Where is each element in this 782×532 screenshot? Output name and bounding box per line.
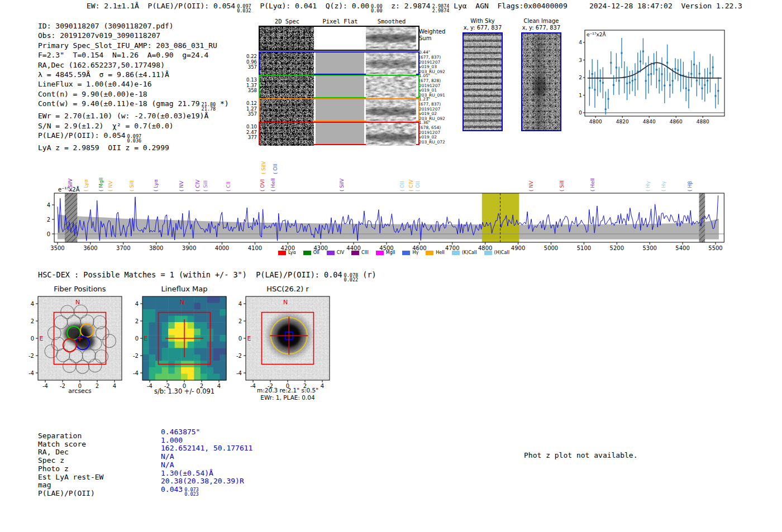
data-point: [707, 80, 708, 82]
data-point: [715, 95, 717, 97]
lineflux-pixel: [213, 367, 220, 374]
smoothed-dark-band: [366, 34, 416, 42]
match-table-value: N/A: [161, 453, 252, 461]
match-table-value: 0.463875": [161, 428, 252, 437]
spec2d-noise-image: [260, 27, 314, 50]
div: 357: [240, 65, 257, 70]
lineflux-pixel: [168, 316, 175, 323]
data-point: [666, 62, 668, 64]
lineflux-pixel: [155, 296, 162, 303]
cutout-ytick-label: -2: [133, 353, 139, 359]
spectrum-xtick-label: 5400: [675, 245, 689, 251]
summary-text-line: LyA z = 2.9859 OII z = 0.2999: [38, 143, 229, 152]
svg: [260, 76, 314, 99]
match-table-label: Spec z: [38, 457, 103, 465]
summary-text-segment: ID: 3090118207 (3090118207.pdf): [38, 22, 174, 30]
svg: [366, 27, 416, 50]
spectrum-xtick-label: 5300: [642, 245, 656, 251]
data-point: [632, 80, 633, 82]
spec2d-row-weights: 0.102.47377: [240, 124, 257, 141]
emission-line-label: ( SiIV: [339, 178, 345, 191]
cutout-ytick-label: -2: [28, 353, 34, 359]
spec2d-weighted-row: [259, 26, 419, 51]
legend-item: Lyα: [278, 250, 296, 255]
legend-item: HeII: [426, 250, 445, 255]
span: 0.463875": [161, 428, 200, 436]
emission-line-label: ( SiII: [129, 180, 135, 191]
lineflux-pixel: [149, 354, 156, 361]
lineflux-pixel: [155, 303, 162, 310]
noise-envelope: [58, 214, 719, 239]
spec2d-noise-image: [260, 99, 314, 122]
inset-xtick-label: 4860: [670, 119, 683, 124]
span: 20.38(20.38,20.39)R: [161, 477, 244, 485]
data-point: [613, 84, 614, 86]
legend-item: OII: [303, 250, 320, 255]
lineflux-pixel: [162, 322, 169, 329]
summary-text-line: S/N = 2.9(±1.2) χ² = 0.7(±0.0): [38, 121, 229, 131]
lineflux-pixel: [201, 329, 207, 336]
summary-text-line: RA,Dec (162.652237,50.177498): [38, 60, 229, 70]
lineflux-pixel: [175, 316, 182, 323]
hsc-match-line: HSC-DEX : Possible Matches = 1 (within +…: [38, 270, 376, 282]
lineflux-pixel: [194, 316, 201, 323]
lineflux-pixel: [201, 303, 207, 310]
lineflux-pixel: [188, 316, 194, 323]
spec2d-cells: [260, 76, 418, 97]
legend-label: CIII: [361, 250, 369, 255]
data-point: [656, 69, 657, 70]
lineflux-pixel: [188, 296, 194, 303]
data-point: [610, 62, 612, 64]
legend-swatch: [484, 251, 492, 255]
lineflux-pixel: [213, 309, 220, 316]
data-point: [669, 84, 671, 86]
lineflux-pixel: [168, 373, 175, 380]
legend-item: MgII: [376, 250, 395, 255]
emission-line-label: ( CIV: [195, 179, 201, 191]
data-point: [648, 74, 650, 76]
spec2d-row-annotation: 1.36"(678, 654)20191207v019_02203_RU_072: [419, 121, 445, 145]
spec2d-col-header-pixelflat: Pixel Flat: [316, 18, 365, 25]
lineflux-pixel: [142, 329, 149, 336]
cutout-ytick-label: 0: [239, 336, 242, 342]
lineflux-pixel: [201, 354, 207, 361]
full-spectrum-plot: 3500360037003800390040004100420043004400…: [34, 152, 754, 256]
clean-title: Clean Image: [513, 18, 569, 24]
lineflux-pixel: [194, 303, 201, 310]
summary-text-segment: F=2.3" T=0.154 N=1.26 A=0.90 g=24.4: [38, 51, 208, 59]
emission-line-label: ( MgII: [98, 178, 104, 191]
data-point: [696, 80, 698, 82]
summary-text-segment: Cont(w) = 9.40(±0.11)e-18 (gmag 21.79: [38, 99, 200, 108]
header-qz-stack: 0.000.00: [371, 4, 382, 13]
hsc-cutout-title: HSC(26.2) r: [223, 285, 352, 293]
inset-ytick-label: 1: [579, 93, 582, 98]
spec2d-row: [259, 122, 419, 145]
legend-label: OII: [313, 250, 320, 255]
match-table-value: N/A: [161, 461, 252, 469]
span: N/A: [161, 452, 174, 461]
header-version: Version 1.22.3: [681, 2, 742, 10]
lineflux-pixel: [175, 342, 182, 348]
lineflux-pixel: [142, 309, 149, 316]
data-point: [645, 80, 647, 82]
inset-xtick-label: 4800: [589, 119, 602, 124]
emission-line-label: ( NV: [108, 180, 113, 191]
data-point: [709, 73, 711, 74]
hsc-image-group: [246, 296, 330, 380]
lineflux-pixel: [181, 373, 188, 380]
spec2d-row: [259, 75, 419, 98]
data-point: [592, 73, 593, 75]
pixel-flat-image: [316, 76, 364, 97]
lineflux-pixel: [194, 367, 201, 374]
data-point: [599, 80, 601, 82]
spec2d-cell: [260, 99, 314, 121]
clean-image: [521, 32, 561, 131]
summary-text-line: ID: 3090118207 (3090118207.pdf): [38, 21, 229, 31]
cutout-ytick-label: 0: [31, 336, 34, 342]
cutout-ytick-label: -4: [236, 370, 242, 376]
svg: [366, 99, 416, 122]
data-point: [699, 73, 700, 74]
cutout-ytick-label: 2: [239, 318, 242, 324]
lineflux-pixel: [155, 373, 162, 380]
emission-line-label: ( SiIV: [68, 178, 73, 191]
